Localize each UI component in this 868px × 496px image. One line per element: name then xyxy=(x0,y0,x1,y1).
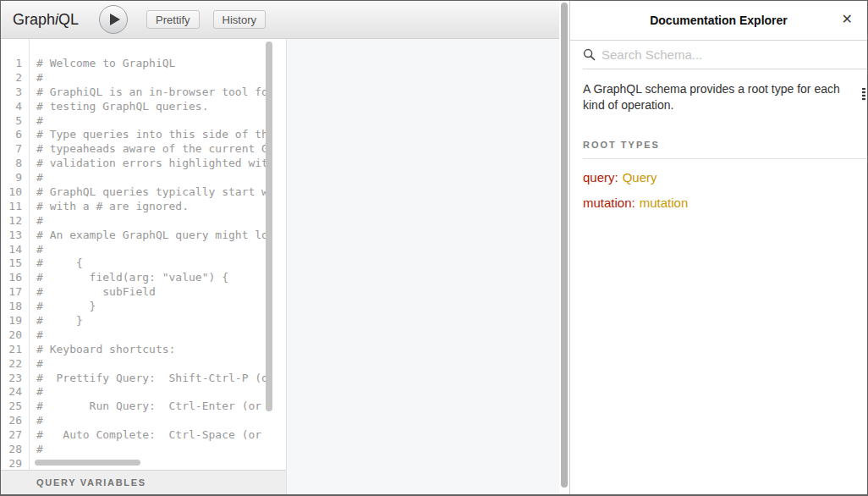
query-variables-bar[interactable]: QUERY VARIABLES xyxy=(1,470,286,494)
code-line[interactable]: # xyxy=(36,171,286,185)
code-line[interactable]: # An example GraphQL query might lo xyxy=(36,229,286,243)
left-section: GraphiQL Prettify History 12345678910111… xyxy=(1,1,559,494)
logo-text: QL xyxy=(58,11,79,28)
line-number: 26 xyxy=(1,414,29,428)
query-editor[interactable]: 1234567891011121314151617181920212223242… xyxy=(1,39,286,470)
logo-text: Graph xyxy=(13,11,55,28)
doc-scrollbar-thumb[interactable] xyxy=(862,88,865,101)
code-line[interactable]: # xyxy=(36,328,286,343)
code-line[interactable]: # Welcome to GraphiQL xyxy=(36,57,286,71)
line-number: 17 xyxy=(1,285,29,300)
code-line[interactable]: # with a # are ignored. xyxy=(36,200,286,214)
line-number: 18 xyxy=(1,300,29,314)
line-number: 7 xyxy=(1,142,29,157)
query-editor-pane: 1234567891011121314151617181920212223242… xyxy=(1,39,287,494)
code-line[interactable]: # GraphiQL is an in-browser tool fo xyxy=(36,85,286,100)
execute-query-button[interactable] xyxy=(99,5,128,34)
query-keyword-link[interactable]: query xyxy=(583,170,615,185)
line-number-gutter: 1234567891011121314151617181920212223242… xyxy=(1,39,30,470)
query-variables-label: QUERY VARIABLES xyxy=(36,477,146,488)
search-icon xyxy=(583,48,596,61)
colon: : xyxy=(615,170,618,185)
root-type-mutation: mutation:mutation xyxy=(583,196,854,210)
line-number: 22 xyxy=(1,357,29,372)
search-schema-input[interactable] xyxy=(602,47,867,62)
editor-area: 1234567891011121314151617181920212223242… xyxy=(1,39,559,494)
code-line[interactable]: # xyxy=(36,414,286,428)
close-icon[interactable]: ✕ xyxy=(840,11,854,28)
code-line[interactable]: # typeaheads aware of the current G xyxy=(36,142,286,157)
root-types-category-title: ROOT TYPES xyxy=(583,131,867,159)
doc-explorer-content: A GraphQL schema provides a root type fo… xyxy=(570,69,867,494)
graphiql-app: GraphiQL Prettify History 12345678910111… xyxy=(0,0,868,496)
line-number: 12 xyxy=(1,214,29,229)
colon: : xyxy=(632,196,635,210)
line-number: 24 xyxy=(1,385,29,400)
query-type-link[interactable]: Query xyxy=(623,170,657,185)
line-number: 14 xyxy=(1,243,29,257)
line-number: 8 xyxy=(1,157,29,171)
code-line[interactable]: # Run Query: Ctrl-Enter (or xyxy=(36,400,286,414)
root-type-query: query:Query xyxy=(583,170,854,185)
line-number: 25 xyxy=(1,400,29,414)
schema-search-row xyxy=(583,41,867,69)
result-pane xyxy=(287,39,559,494)
doc-explorer-title: Documentation Explorer xyxy=(570,14,867,27)
mutation-type-link[interactable]: mutation xyxy=(640,196,689,210)
line-number: 2 xyxy=(1,71,29,85)
code-line[interactable]: # Keyboard shortcuts: xyxy=(36,343,286,357)
line-number: 16 xyxy=(1,271,29,285)
code-line[interactable]: # field(arg: "value") { xyxy=(36,271,286,285)
mutation-keyword-link[interactable]: mutation xyxy=(583,196,632,210)
code-line[interactable]: # xyxy=(36,214,286,229)
code-line[interactable]: # GraphQL queries typically start w xyxy=(36,185,286,200)
app-logo: GraphiQL xyxy=(13,11,79,29)
schema-description: A GraphQL schema provides a root type fo… xyxy=(583,81,854,113)
documentation-explorer: Documentation Explorer ✕ A GraphQL schem… xyxy=(569,1,867,494)
main-vertical-scrollbar[interactable] xyxy=(559,1,569,494)
code-line[interactable]: # xyxy=(36,114,286,129)
line-number: 5 xyxy=(1,114,29,129)
history-button[interactable]: History xyxy=(213,10,266,29)
main-scrollbar-thumb[interactable] xyxy=(561,3,568,488)
line-number: 28 xyxy=(1,443,29,457)
line-number: 20 xyxy=(1,328,29,343)
code-line[interactable]: # subField xyxy=(36,285,286,300)
line-number: 1 xyxy=(1,57,29,71)
line-number: 3 xyxy=(1,85,29,100)
line-number: 29 xyxy=(1,457,29,470)
code-line[interactable]: # testing GraphQL queries. xyxy=(36,100,286,114)
line-number: 13 xyxy=(1,229,29,243)
line-number: 6 xyxy=(1,128,29,142)
code-line[interactable]: # xyxy=(36,385,286,400)
code-line[interactable]: # xyxy=(36,71,286,85)
code-line[interactable]: # xyxy=(36,357,286,372)
line-number: 23 xyxy=(1,372,29,386)
line-number: 15 xyxy=(1,256,29,271)
line-number: 9 xyxy=(1,171,29,185)
code-line[interactable]: # Type queries into this side of th xyxy=(36,128,286,142)
line-number: 21 xyxy=(1,343,29,357)
code-line[interactable]: # validation errors highlighted wit xyxy=(36,157,286,171)
line-number: 4 xyxy=(1,100,29,114)
toolbar: GraphiQL Prettify History xyxy=(1,1,559,39)
play-icon xyxy=(110,14,120,25)
query-editor-content[interactable]: # Welcome to GraphiQL## GraphiQL is an i… xyxy=(30,39,286,470)
editor-vertical-scrollbar[interactable] xyxy=(266,41,272,411)
code-line[interactable]: # Prettify Query: Shift-Ctrl-P (o xyxy=(36,372,286,386)
editor-horizontal-scrollbar[interactable] xyxy=(35,460,140,466)
line-number: 10 xyxy=(1,185,29,200)
code-line[interactable]: # xyxy=(36,243,286,257)
code-line[interactable]: # xyxy=(36,443,286,457)
doc-explorer-title-bar: Documentation Explorer ✕ xyxy=(570,1,867,41)
code-line[interactable]: # { xyxy=(36,256,286,271)
code-line[interactable]: # } xyxy=(36,314,286,328)
line-number: 27 xyxy=(1,428,29,443)
code-line[interactable]: # Auto Complete: Ctrl-Space (or xyxy=(36,428,286,443)
line-number: 19 xyxy=(1,314,29,328)
code-line[interactable]: # } xyxy=(36,300,286,314)
line-number: 11 xyxy=(1,200,29,214)
prettify-button[interactable]: Prettify xyxy=(146,10,199,29)
